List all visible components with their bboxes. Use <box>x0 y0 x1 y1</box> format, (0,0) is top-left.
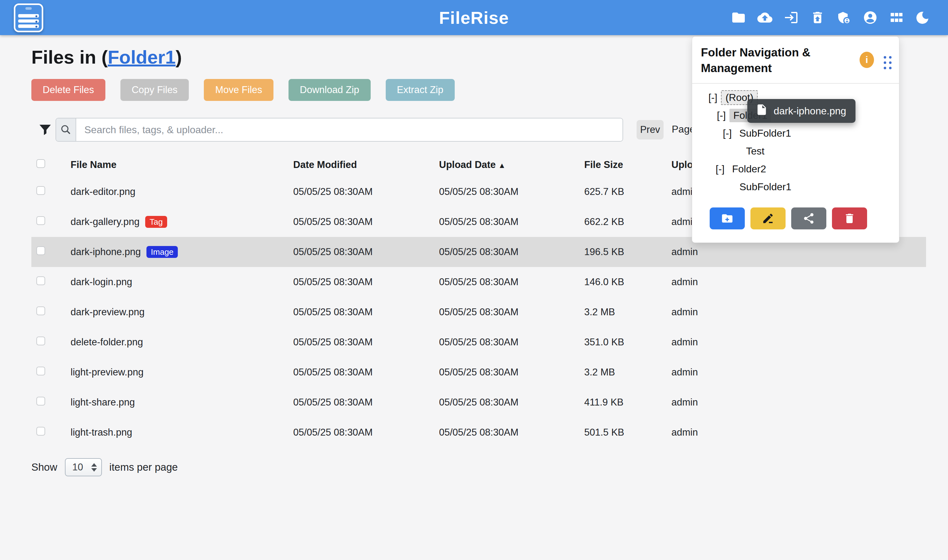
row-checkbox[interactable] <box>36 216 45 225</box>
row-checkbox[interactable] <box>36 397 45 406</box>
user-icon[interactable] <box>863 10 878 25</box>
folder-panel-title: Folder Navigation & Management <box>701 45 848 76</box>
share-folder-button[interactable] <box>791 208 826 229</box>
tree-collapse-toggle[interactable]: [-] <box>723 128 732 139</box>
row-checkbox[interactable] <box>36 246 45 255</box>
row-checkbox[interactable] <box>36 276 45 285</box>
upload-date: 05/05/25 08:30AM <box>439 427 584 438</box>
file-name: dark-gallery.png <box>71 216 140 228</box>
page-title-suffix: ) <box>176 47 182 68</box>
upload-date: 05/05/25 08:30AM <box>439 397 584 408</box>
sign-in-icon[interactable] <box>784 10 799 25</box>
admin-shield-icon[interactable] <box>836 10 851 25</box>
file-size: 662.2 KB <box>584 216 671 228</box>
folder-tree-item-subfolder1[interactable]: [-]SubFolder1 <box>692 125 899 142</box>
uploader: admin <box>671 367 753 378</box>
create-folder-button[interactable] <box>710 208 745 229</box>
row-actions <box>753 242 948 262</box>
rename-folder-button[interactable] <box>751 208 786 229</box>
folder-tree-item-root[interactable]: [-](Root) <box>692 89 899 106</box>
filter-icon[interactable] <box>38 122 53 137</box>
upload-date: 05/05/25 08:30AM <box>439 367 584 378</box>
info-icon[interactable]: i <box>860 52 874 68</box>
file-name: light-preview.png <box>71 367 143 378</box>
file-size: 146.0 KB <box>584 276 671 288</box>
file-size: 625.7 KB <box>584 186 671 197</box>
copy-files-button[interactable]: Copy Files <box>120 79 189 101</box>
date-modified: 05/05/25 08:30AM <box>293 306 439 318</box>
folder-icon[interactable] <box>731 10 746 25</box>
upload-date: 05/05/25 08:30AM <box>439 337 584 348</box>
dark-mode-icon[interactable] <box>916 10 930 25</box>
date-modified: 05/05/25 08:30AM <box>293 216 439 228</box>
row-actions <box>753 362 948 382</box>
move-files-button[interactable]: Move Files <box>204 79 273 101</box>
date-modified: 05/05/25 08:30AM <box>293 276 439 288</box>
file-size: 501.5 KB <box>584 427 671 438</box>
spinner-arrows-icon <box>91 463 97 472</box>
header-date-modified[interactable]: Date Modified <box>293 159 439 171</box>
table-row[interactable]: light-preview.png05/05/25 08:30AM05/05/2… <box>31 357 926 387</box>
file-tag-badge: Image <box>146 246 178 258</box>
header-upload-date[interactable]: Upload Date▲ <box>439 159 584 171</box>
delete-folder-button[interactable] <box>832 208 867 229</box>
date-modified: 05/05/25 08:30AM <box>293 427 439 438</box>
row-actions <box>753 302 948 322</box>
items-per-page-select[interactable]: 10 <box>65 458 102 476</box>
sort-ascending-icon: ▲ <box>498 161 506 169</box>
table-row[interactable]: delete-folder.png05/05/25 08:30AM05/05/2… <box>31 327 926 357</box>
items-per-page-value: 10 <box>72 462 83 473</box>
current-folder-link[interactable]: Folder1 <box>108 47 176 68</box>
folder-tree-item-test[interactable]: Test <box>692 142 899 160</box>
file-tag-badge: Tag <box>145 216 167 228</box>
table-row[interactable]: dark-login.png05/05/25 08:30AM05/05/25 0… <box>31 267 926 297</box>
delete-files-button[interactable]: Delete Files <box>31 79 105 101</box>
row-checkbox[interactable] <box>36 306 45 315</box>
topbar: FileRise <box>0 0 948 35</box>
folder-tree-item-subfolder1[interactable]: SubFolder1 <box>692 178 899 196</box>
uploader: admin <box>671 427 753 438</box>
search-input[interactable] <box>76 118 623 141</box>
cloud-upload-icon[interactable] <box>757 10 772 25</box>
folder-tree-item-folder2[interactable]: [-]Folder2 <box>692 160 899 178</box>
drag-handle-icon[interactable] <box>884 56 891 69</box>
upload-date: 05/05/25 08:30AM <box>439 276 584 288</box>
row-checkbox[interactable] <box>36 337 45 345</box>
row-checkbox[interactable] <box>36 186 45 195</box>
table-row[interactable]: light-trash.png05/05/25 08:30AM05/05/25 … <box>31 417 926 448</box>
select-all-checkbox[interactable] <box>36 159 45 168</box>
folder-tree: [-](Root)[-]Folder1[-]SubFolder1Test[-]F… <box>692 84 899 196</box>
uploader: admin <box>671 306 753 318</box>
header-upload-date-label: Upload Date <box>439 159 496 170</box>
topbar-icon-nav <box>731 0 930 35</box>
tree-label: SubFolder1 <box>735 126 795 140</box>
folder-tree-item-folder1[interactable]: [-]Folder1 <box>692 106 899 125</box>
header-file-name[interactable]: File Name <box>71 159 293 171</box>
row-actions <box>753 392 948 412</box>
search-icon <box>56 118 76 141</box>
upload-date: 05/05/25 08:30AM <box>439 306 584 318</box>
row-actions <box>753 272 948 292</box>
prev-page-button[interactable]: Prev <box>637 120 664 140</box>
folder-actions <box>710 208 867 229</box>
file-size: 3.2 MB <box>584 367 671 378</box>
row-checkbox[interactable] <box>36 427 45 435</box>
header-file-size[interactable]: File Size <box>584 159 671 171</box>
grid-view-icon[interactable] <box>889 10 904 25</box>
tree-collapse-toggle[interactable]: [-] <box>708 92 717 103</box>
upload-date: 05/05/25 08:30AM <box>439 216 584 228</box>
download-zip-button[interactable]: Download Zip <box>288 79 371 101</box>
tree-label: Folder1 <box>729 109 771 122</box>
row-checkbox[interactable] <box>36 367 45 375</box>
tree-collapse-toggle[interactable]: [-] <box>717 110 726 121</box>
restore-trash-icon[interactable] <box>810 10 825 25</box>
tree-collapse-toggle[interactable]: [-] <box>716 163 724 175</box>
tree-label: Test <box>742 145 768 158</box>
date-modified: 05/05/25 08:30AM <box>293 246 439 258</box>
extract-zip-button[interactable]: Extract Zip <box>386 79 455 101</box>
row-actions <box>753 332 948 352</box>
file-name: dark-login.png <box>71 276 132 288</box>
table-row[interactable]: light-share.png05/05/25 08:30AM05/05/25 … <box>31 387 926 417</box>
table-row[interactable]: dark-preview.png05/05/25 08:30AM05/05/25… <box>31 297 926 327</box>
file-name: light-share.png <box>71 397 135 408</box>
